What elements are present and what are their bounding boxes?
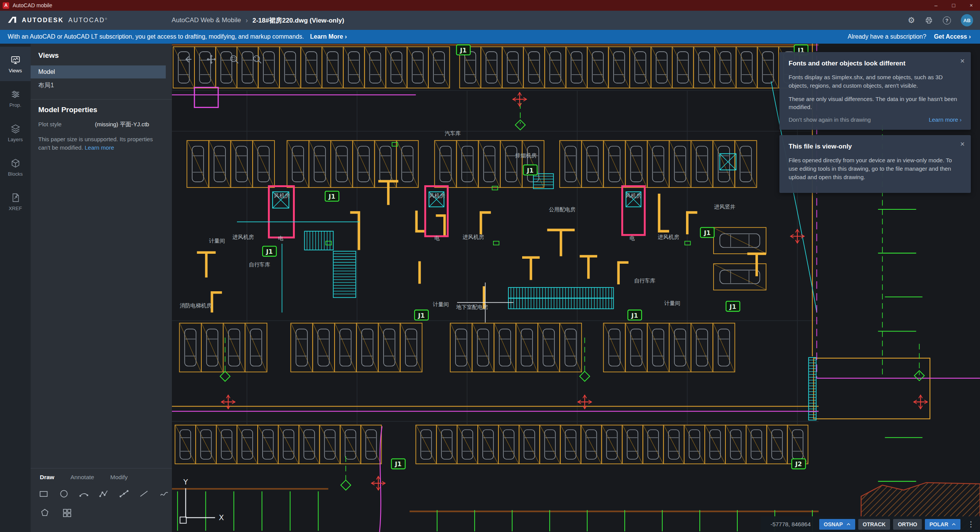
osnap-toggle[interactable]: OSNAP	[819, 519, 855, 530]
view-item-布局1[interactable]: 布局1	[31, 79, 166, 92]
close-icon[interactable]: ×	[960, 57, 965, 65]
plot-style-row: Plot style (missing) 平面-YJ.ctb	[31, 121, 172, 128]
warning-learn-more-link[interactable]: Learn more	[85, 144, 114, 151]
sidebar-item-prop[interactable]: Prop.	[0, 81, 31, 116]
svg-text:地下室配电房: 地下室配电房	[456, 304, 488, 310]
window-controls: –□×	[927, 0, 980, 11]
tab-draw[interactable]: Draw	[40, 474, 54, 481]
window-titlebar: A AutoCAD mobile –□×	[0, 0, 980, 11]
model-properties-title: Model Properties	[31, 106, 172, 121]
zoom-extents-button[interactable]	[250, 52, 265, 67]
ortho-toggle[interactable]: ORTHO	[893, 519, 922, 530]
sidebar-item-label: Prop.	[9, 102, 21, 108]
autocad-app-icon: A	[3, 2, 9, 9]
notification-body: These are only visual differences. The d…	[789, 95, 962, 112]
svg-text:J1: J1	[704, 229, 710, 237]
breadcrumb-separator-icon: ›	[245, 16, 248, 24]
svg-text:电: 电	[434, 235, 440, 241]
spline-tool[interactable]	[157, 487, 172, 501]
view-item-model[interactable]: Model	[31, 65, 166, 78]
svg-text:计量间: 计量间	[664, 300, 680, 306]
sidebar-item-label: Views	[9, 68, 22, 73]
array-tool[interactable]	[58, 506, 76, 520]
settings-gear-icon[interactable]: ⚙	[908, 16, 915, 25]
breadcrumb-root[interactable]: AutoCAD Web & Mobile	[172, 16, 241, 24]
svg-text:进风机房: 进风机房	[658, 234, 679, 240]
svg-text:J1: J1	[328, 193, 335, 200]
views-icon	[10, 55, 21, 65]
line-tool[interactable]	[136, 487, 152, 501]
svg-text:计量间: 计量间	[209, 238, 225, 244]
sidebar-item-blocks[interactable]: Blocks	[0, 150, 31, 184]
paper-size-warning: This paper size is unsupported. Its prop…	[31, 128, 172, 152]
segments-tool[interactable]	[116, 487, 132, 501]
svg-text:汽车库: 汽车库	[445, 130, 461, 136]
notification-2: ×This file is view-onlyFiles opened dire…	[779, 135, 971, 193]
get-access-link[interactable]: Get Access ›	[934, 33, 971, 40]
tab-annotate[interactable]: Annotate	[70, 474, 94, 481]
rectangle-tool[interactable]	[36, 487, 51, 501]
toggle-label: ORTHO	[898, 521, 917, 527]
help-icon[interactable]: ?	[943, 16, 951, 24]
learn-more-link[interactable]: Learn more ›	[929, 116, 962, 123]
sidebar-item-label: Blocks	[8, 171, 23, 177]
close-button[interactable]: ×	[962, 0, 980, 11]
sidebar-item-xref[interactable]: XREF	[0, 184, 31, 219]
svg-text:进风机房: 进风机房	[233, 234, 254, 240]
pan-button[interactable]	[204, 52, 219, 67]
chevron-up-icon[interactable]	[952, 523, 956, 526]
plot-style-value: (missing) 平面-YJ.ctb	[95, 121, 149, 128]
svg-text:排烟机房: 排烟机房	[515, 152, 537, 158]
status-menu-icon[interactable]: ⋮	[967, 520, 975, 529]
arc-tool[interactable]	[76, 487, 91, 501]
polar-toggle[interactable]: POLAR	[925, 519, 960, 530]
snap-toggles: OSNAPOTRACKORTHOPOLAR	[819, 519, 960, 530]
minimize-button[interactable]: –	[927, 0, 945, 11]
close-icon[interactable]: ×	[960, 140, 965, 149]
view-list: Model布局1	[31, 65, 172, 92]
banner-right: Already have a subscription? Get Access …	[848, 33, 980, 40]
sidebar-item-layers[interactable]: Layers	[0, 116, 31, 150]
blocks-icon	[10, 158, 21, 168]
sidebar-item-label: Layers	[8, 137, 23, 142]
otrack-toggle[interactable]: OTRACK	[858, 519, 890, 530]
notification-body: Files opened directly from your device a…	[789, 156, 962, 181]
svg-text:公用配电房: 公用配电房	[549, 206, 576, 212]
chevron-up-icon[interactable]	[846, 523, 851, 526]
xref-icon	[10, 193, 21, 203]
brand: AUTODESK AUTOCAD®	[0, 15, 118, 26]
maximize-button[interactable]: □	[945, 0, 962, 11]
dont-show-again-link[interactable]: Don't show again in this drawing	[789, 116, 871, 123]
notification-1: ×Fonts and other objects look differentF…	[779, 52, 971, 130]
svg-text:风机房: 风机房	[429, 193, 445, 199]
svg-text:风机房: 风机房	[626, 193, 642, 199]
sidebar-item-views[interactable]: Views	[0, 47, 31, 81]
status-bar: -57778, 846864 OSNAPOTRACKORTHOPOLAR ⋮	[761, 516, 980, 532]
zoom-window-button[interactable]	[227, 52, 242, 67]
divider	[31, 99, 172, 100]
tool-tabs: DrawAnnotateModify	[31, 468, 172, 485]
avatar[interactable]: AB	[961, 14, 973, 26]
toggle-label: POLAR	[929, 521, 948, 527]
svg-text:电: 电	[278, 235, 283, 241]
banner-learn-more-link[interactable]: Learn More ›	[310, 33, 347, 40]
polygon-tool[interactable]	[36, 506, 54, 520]
circle-tool[interactable]	[56, 487, 71, 501]
print-icon[interactable]	[925, 16, 933, 24]
banner-question: Already have a subscription?	[848, 33, 926, 40]
svg-text:进风竖井: 进风竖井	[714, 204, 736, 210]
autodesk-logo-icon	[7, 15, 17, 26]
subscription-banner: With an AutoCAD or AutoCAD LT subscripti…	[0, 30, 980, 44]
sidebar-item-label: XREF	[9, 206, 22, 211]
sidebar-rail: ViewsProp.LayersBlocksXREF	[0, 44, 31, 532]
drawing-canvas[interactable]: J1J1J1J1J1J1J1J1J1J1J2汽车库排烟机房风机房风机房风机房公用…	[172, 44, 980, 532]
window-title: AutoCAD mobile	[13, 2, 927, 8]
svg-text:进风机房: 进风机房	[463, 234, 484, 240]
brand-autodesk: AUTODESK	[22, 17, 64, 24]
polyline-tool[interactable]	[96, 487, 111, 501]
tab-modify[interactable]: Modify	[110, 474, 128, 481]
brand-autocad: AUTOCAD®	[69, 17, 108, 24]
svg-text:消防电梯机房: 消防电梯机房	[180, 302, 212, 308]
svg-text:J1: J1	[460, 47, 467, 54]
back-button[interactable]	[181, 52, 196, 67]
